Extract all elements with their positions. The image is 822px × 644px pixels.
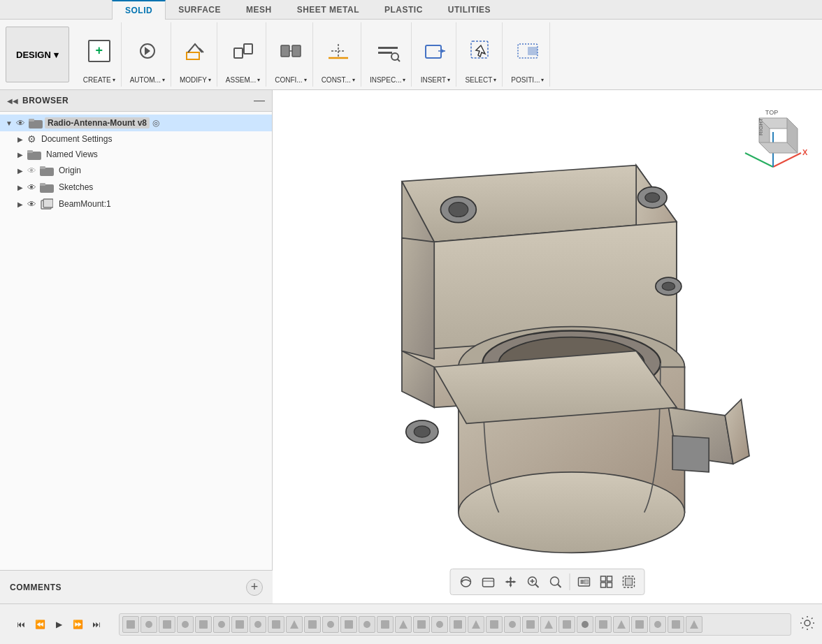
- select-label[interactable]: SELECT ▾: [465, 76, 496, 84]
- timeline-marker-28[interactable]: [613, 616, 630, 633]
- tree-toggle-sketches[interactable]: ▶: [15, 182, 25, 192]
- timeline-marker-20[interactable]: [468, 616, 484, 633]
- assemble-label[interactable]: ASSEM... ▾: [226, 76, 260, 84]
- browser-minimize-icon[interactable]: —: [254, 94, 265, 107]
- timeline-step-forward-btn[interactable]: ⏩: [69, 616, 86, 633]
- insert-button[interactable]: [423, 25, 448, 76]
- tree-root-item[interactable]: ▼ 👁 Radio-Antenna-Mount v8 ◎: [0, 115, 272, 131]
- timeline-marker-24[interactable]: [540, 616, 557, 633]
- browser-collapse-icon[interactable]: ◀◀: [7, 97, 18, 105]
- timeline-marker-17[interactable]: [413, 616, 430, 633]
- timeline-marker-27[interactable]: [595, 616, 612, 633]
- timeline-marker-3[interactable]: [159, 616, 175, 633]
- tab-mesh[interactable]: MESH: [233, 1, 284, 19]
- tree-item-sketches[interactable]: ▶ 👁 Sketches: [0, 179, 272, 196]
- design-button[interactable]: DESIGN ▾: [6, 27, 69, 82]
- timeline-marker-8[interactable]: [250, 616, 266, 633]
- timeline-play-btn[interactable]: ▶: [50, 616, 67, 633]
- assemble-button[interactable]: [231, 25, 256, 76]
- timeline-marker-23[interactable]: [522, 616, 539, 633]
- tab-utilities[interactable]: UTILITIES: [435, 1, 503, 19]
- timeline-marker-1[interactable]: [122, 616, 139, 633]
- position-button[interactable]: [515, 25, 540, 76]
- zoom-control-btn[interactable]: [524, 572, 543, 592]
- timeline-skip-end-btn[interactable]: ⏭: [88, 616, 105, 633]
- tree-eye-root[interactable]: 👁: [14, 117, 27, 129]
- timeline-skip-start-btn[interactable]: ⏮: [13, 616, 29, 633]
- timeline-marker-2[interactable]: [140, 616, 157, 633]
- timeline-marker-14[interactable]: [359, 616, 375, 633]
- timeline-marker-31[interactable]: [668, 616, 684, 633]
- visual-style-btn[interactable]: [619, 572, 639, 592]
- grid-display-btn[interactable]: [597, 572, 616, 592]
- svg-rect-106: [526, 620, 535, 629]
- timeline-marker-32[interactable]: [686, 616, 702, 633]
- timeline-marker-11[interactable]: [304, 616, 321, 633]
- create-button[interactable]: +: [87, 25, 112, 76]
- home-control-btn[interactable]: [479, 572, 498, 592]
- svg-point-58: [645, 193, 660, 203]
- modify-button[interactable]: [182, 25, 208, 76]
- timeline-step-back-btn[interactable]: ⏪: [31, 616, 48, 633]
- tab-solid[interactable]: SOLID: [112, 0, 166, 20]
- timeline-marker-4[interactable]: [177, 616, 194, 633]
- tree-toggle-beam-mount[interactable]: ▶: [15, 199, 25, 209]
- automate-button[interactable]: [135, 25, 160, 76]
- tree-item-origin[interactable]: ▶ 👁 Origin: [0, 162, 272, 179]
- modify-label[interactable]: MODIFY ▾: [180, 76, 211, 84]
- configure-label[interactable]: CONFI... ▾: [275, 76, 306, 84]
- zoom-window-control-btn[interactable]: [546, 572, 565, 592]
- inspect-label[interactable]: INSPEC... ▾: [370, 76, 406, 84]
- display-mode-btn[interactable]: [575, 572, 594, 592]
- tree-eye-sketches[interactable]: 👁: [25, 181, 38, 193]
- svg-rect-4: [244, 44, 252, 54]
- timeline-marker-22[interactable]: [504, 616, 521, 633]
- timeline-marker-12[interactable]: [322, 616, 339, 633]
- tree-toggle-origin[interactable]: ▶: [15, 166, 25, 175]
- timeline-marker-16[interactable]: [395, 616, 412, 633]
- configure-button[interactable]: [278, 25, 303, 76]
- tab-plastic[interactable]: PLASTIC: [372, 1, 435, 19]
- tree-toggle-doc-settings[interactable]: ▶: [15, 134, 25, 144]
- tree-toggle-named-views[interactable]: ▶: [15, 149, 25, 159]
- timeline-marker-25[interactable]: [558, 616, 575, 633]
- position-label[interactable]: POSITI... ▾: [511, 76, 544, 84]
- timeline-marker-5[interactable]: [195, 616, 212, 633]
- timeline-marker-29[interactable]: [631, 616, 648, 633]
- nav-cube[interactable]: X Z TOP RIGHT: [738, 104, 808, 174]
- viewport[interactable]: X Z TOP RIGHT: [273, 90, 822, 644]
- timeline-marker-18[interactable]: [431, 616, 448, 633]
- timeline-marker-30[interactable]: [649, 616, 666, 633]
- settings-button[interactable]: [800, 615, 815, 634]
- pan-control-btn[interactable]: [501, 572, 521, 592]
- tab-sheet-metal[interactable]: SHEET METAL: [284, 1, 372, 19]
- automate-label[interactable]: AUTOM... ▾: [130, 76, 165, 84]
- timeline-marker-15[interactable]: [377, 616, 394, 633]
- design-label: DESIGN: [16, 50, 51, 60]
- tree-gear-icon: ⚙: [27, 133, 36, 145]
- timeline-marker-7[interactable]: [231, 616, 248, 633]
- inspect-button[interactable]: [375, 25, 401, 76]
- timeline-marker-10[interactable]: [286, 616, 303, 633]
- construct-label[interactable]: CONST... ▾: [322, 76, 355, 84]
- tab-surface[interactable]: SURFACE: [166, 1, 233, 19]
- select-button[interactable]: [468, 25, 493, 76]
- comments-add-button[interactable]: +: [246, 579, 263, 596]
- tree-item-named-views[interactable]: ▶ Named Views: [0, 147, 272, 162]
- timeline-marker-9[interactable]: [268, 616, 284, 633]
- tree-eye-beam-mount[interactable]: 👁: [25, 198, 38, 210]
- timeline-marker-21[interactable]: [486, 616, 503, 633]
- timeline-marker-6[interactable]: [213, 616, 230, 633]
- insert-label[interactable]: INSERT ▾: [421, 76, 451, 84]
- tree-item-beam-mount[interactable]: ▶ 👁 BeamMount:1: [0, 196, 272, 212]
- timeline-marker-13[interactable]: [340, 616, 357, 633]
- create-label[interactable]: CREATE ▾: [83, 76, 115, 84]
- timeline-marker-19[interactable]: [449, 616, 466, 633]
- tree-eye-origin[interactable]: 👁: [25, 164, 38, 177]
- construct-button[interactable]: [326, 25, 351, 76]
- timeline-marker-26[interactable]: [577, 616, 593, 633]
- tree-item-doc-settings[interactable]: ▶ ⚙ Document Settings: [0, 131, 272, 147]
- tree-target-icon[interactable]: ◎: [152, 118, 159, 128]
- orbit-control-btn[interactable]: [456, 572, 476, 592]
- tree-toggle-root[interactable]: ▼: [4, 118, 14, 128]
